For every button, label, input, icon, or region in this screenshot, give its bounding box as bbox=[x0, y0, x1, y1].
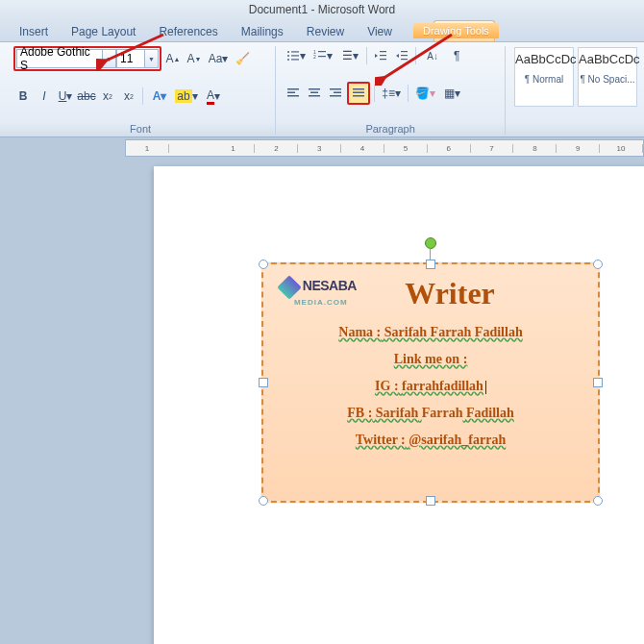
group-paragraph: ▾ 12▾ ☰▾ A↓ ¶ bbox=[276, 46, 506, 135]
svg-rect-24 bbox=[330, 95, 341, 97]
outdent-icon bbox=[374, 49, 387, 62]
align-right-button[interactable] bbox=[326, 84, 345, 103]
group-styles: AaBbCcDc ¶ Normal AaBbCcDc ¶ No Spaci... bbox=[506, 46, 638, 135]
font-color-button[interactable]: A▾ bbox=[201, 87, 226, 106]
shading-button[interactable]: 🪣▾ bbox=[412, 84, 437, 103]
svg-rect-20 bbox=[310, 92, 318, 94]
clear-formatting-button[interactable]: 🧹 bbox=[233, 49, 252, 68]
indent-icon bbox=[395, 49, 409, 62]
svg-rect-12 bbox=[380, 59, 386, 60]
tab-page-layout[interactable]: Page Layout bbox=[60, 21, 147, 41]
resize-handle-s[interactable] bbox=[426, 496, 435, 506]
svg-rect-9 bbox=[318, 56, 326, 57]
tab-references[interactable]: References bbox=[147, 21, 229, 41]
svg-rect-14 bbox=[401, 55, 408, 56]
svg-rect-17 bbox=[287, 92, 295, 94]
tab-insert[interactable]: Insert bbox=[8, 21, 60, 41]
svg-rect-5 bbox=[291, 59, 299, 60]
align-left-button[interactable] bbox=[284, 84, 303, 103]
resize-handle-sw[interactable] bbox=[259, 496, 268, 506]
bold-button[interactable]: B bbox=[13, 87, 33, 106]
card-line-nama: Nama : Sarifah Farrah Fadillah bbox=[277, 325, 584, 340]
bullets-icon bbox=[286, 49, 300, 62]
font-name-dropdown[interactable]: ▼ bbox=[103, 49, 116, 68]
bullets-button[interactable]: ▾ bbox=[284, 46, 309, 65]
svg-point-4 bbox=[287, 59, 289, 61]
svg-rect-25 bbox=[353, 88, 364, 90]
numbering-button[interactable]: 12▾ bbox=[310, 46, 335, 65]
svg-rect-16 bbox=[287, 88, 299, 90]
ribbon-tabs: Insert Page Layout References Mailings R… bbox=[0, 18, 644, 42]
group-font: Adobe Gothic S ▼ 11 ▼ A▲ A▼ Aa▾ 🧹 B I U▾… bbox=[6, 46, 276, 135]
logo: NESABA MEDIA.COM bbox=[281, 278, 357, 307]
align-center-icon bbox=[308, 87, 321, 100]
multilevel-list-button[interactable]: ☰▾ bbox=[337, 46, 362, 65]
svg-point-2 bbox=[287, 55, 289, 57]
svg-rect-21 bbox=[309, 95, 320, 97]
align-right-icon bbox=[329, 87, 342, 100]
highlight-button[interactable]: ab▾ bbox=[174, 87, 199, 106]
svg-text:2: 2 bbox=[313, 54, 316, 60]
resize-handle-ne[interactable] bbox=[593, 260, 603, 269]
svg-rect-23 bbox=[334, 92, 341, 94]
line-spacing-button[interactable]: ‡≡▾ bbox=[379, 84, 404, 103]
sort-button[interactable]: A↓ bbox=[420, 46, 445, 65]
svg-rect-10 bbox=[380, 51, 386, 52]
superscript-button[interactable]: x2 bbox=[119, 87, 138, 106]
svg-rect-3 bbox=[291, 55, 299, 56]
logo-icon bbox=[277, 276, 301, 300]
svg-rect-1 bbox=[291, 51, 299, 52]
decrease-indent-button[interactable] bbox=[371, 46, 390, 65]
justify-button[interactable] bbox=[347, 82, 370, 105]
svg-rect-7 bbox=[318, 51, 326, 52]
shrink-font-button[interactable]: A▼ bbox=[185, 49, 204, 68]
ribbon: Adobe Gothic S ▼ 11 ▼ A▲ A▼ Aa▾ 🧹 B I U▾… bbox=[0, 42, 644, 137]
font-name-input[interactable]: Adobe Gothic S bbox=[16, 49, 103, 68]
tab-mailings[interactable]: Mailings bbox=[230, 21, 295, 41]
underline-button[interactable]: U▾ bbox=[56, 87, 75, 106]
font-size-input[interactable]: 11 bbox=[116, 49, 145, 68]
style-label-normal: ¶ Normal bbox=[515, 74, 573, 85]
italic-button[interactable]: I bbox=[35, 87, 54, 106]
font-size-dropdown[interactable]: ▼ bbox=[145, 49, 159, 68]
svg-rect-27 bbox=[353, 95, 364, 97]
svg-rect-26 bbox=[353, 92, 364, 94]
logo-text-top: NESABA bbox=[303, 278, 357, 293]
text-box-shape[interactable]: NESABA MEDIA.COM Writer Nama : Sarifah F… bbox=[261, 262, 600, 503]
page[interactable]: NESABA MEDIA.COM Writer Nama : Sarifah F… bbox=[154, 166, 644, 644]
strikethrough-button[interactable]: abc bbox=[77, 87, 96, 106]
grow-font-button[interactable]: A▲ bbox=[163, 49, 183, 68]
text-cursor bbox=[485, 381, 486, 394]
change-case-button[interactable]: Aa▾ bbox=[206, 49, 231, 68]
tab-review[interactable]: Review bbox=[295, 21, 356, 41]
resize-handle-se[interactable] bbox=[593, 496, 603, 506]
svg-rect-19 bbox=[309, 88, 320, 90]
resize-handle-n[interactable] bbox=[426, 260, 435, 269]
style-normal[interactable]: AaBbCcDc ¶ Normal bbox=[514, 47, 574, 107]
resize-handle-nw[interactable] bbox=[259, 260, 268, 269]
subscript-button[interactable]: x2 bbox=[98, 87, 117, 106]
borders-button[interactable]: ▦▾ bbox=[439, 84, 464, 103]
style-no-spacing[interactable]: AaBbCcDc ¶ No Spaci... bbox=[578, 47, 637, 107]
paragraph-group-label: Paragraph bbox=[284, 121, 497, 135]
justify-icon bbox=[352, 87, 365, 100]
tab-view[interactable]: View bbox=[356, 21, 404, 41]
contextual-group-label: Drawing Tools bbox=[413, 23, 499, 38]
style-label-nospacing: ¶ No Spaci... bbox=[579, 74, 636, 85]
increase-indent-button[interactable] bbox=[392, 46, 411, 65]
resize-handle-e[interactable] bbox=[593, 378, 603, 387]
show-marks-button[interactable]: ¶ bbox=[447, 46, 466, 65]
style-preview: AaBbCcDc bbox=[579, 52, 636, 66]
rotation-handle[interactable] bbox=[425, 237, 436, 249]
resize-handle-w[interactable] bbox=[259, 378, 268, 387]
document-area: 1 12 34 56 78 910 NESABA MEDIA.COM Write… bbox=[0, 137, 644, 644]
font-group-label: Font bbox=[13, 121, 267, 135]
svg-rect-18 bbox=[287, 95, 299, 97]
horizontal-ruler[interactable]: 1 12 34 56 78 910 bbox=[125, 139, 644, 157]
card-line-fb: FB : Sarifah Farrah Fadillah bbox=[277, 406, 584, 421]
svg-rect-22 bbox=[330, 88, 341, 90]
align-center-button[interactable] bbox=[305, 84, 324, 103]
card-line-ig: IG : farrahfadillah bbox=[277, 379, 584, 394]
svg-rect-15 bbox=[401, 59, 408, 60]
text-effects-button[interactable]: A▾ bbox=[147, 87, 172, 106]
